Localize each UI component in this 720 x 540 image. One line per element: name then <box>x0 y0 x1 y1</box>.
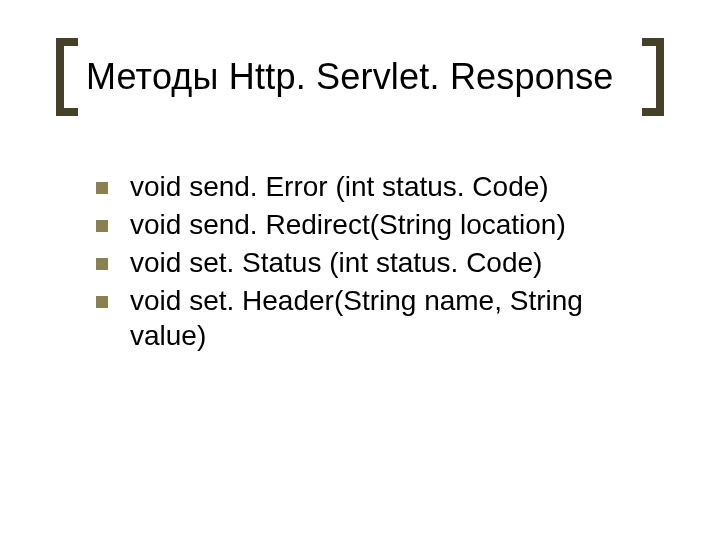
list-item-text: void set. Header(String name, String val… <box>130 284 650 352</box>
list-item: void set. Status (int status. Code) <box>96 246 650 280</box>
list-item: void send. Redirect(String location) <box>96 208 650 242</box>
bullet-icon <box>96 258 108 270</box>
list-item-text: void set. Status (int status. Code) <box>130 246 542 280</box>
title-area: Методы Http. Servlet. Response <box>56 38 664 116</box>
bullet-icon <box>96 182 108 194</box>
bracket-right-icon <box>642 38 664 116</box>
slide: Методы Http. Servlet. Response void send… <box>0 0 720 540</box>
body-list: void send. Error (int status. Code) void… <box>96 170 650 357</box>
list-item-text: void send. Error (int status. Code) <box>130 170 549 204</box>
list-item-text: void send. Redirect(String location) <box>130 208 566 242</box>
slide-title: Методы Http. Servlet. Response <box>78 56 614 98</box>
bullet-icon <box>96 220 108 232</box>
list-item: void set. Header(String name, String val… <box>96 284 650 352</box>
bracket-left-icon <box>56 38 78 116</box>
bullet-icon <box>96 296 108 308</box>
list-item: void send. Error (int status. Code) <box>96 170 650 204</box>
